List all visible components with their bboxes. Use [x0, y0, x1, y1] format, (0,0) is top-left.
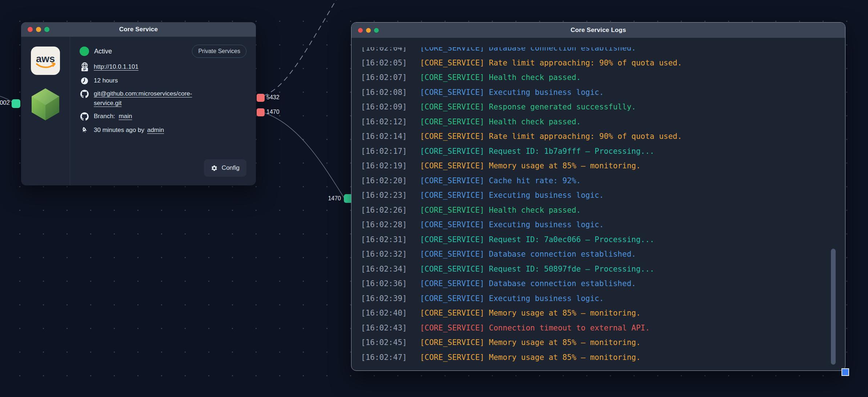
log-message: [CORE_SERVICE] Health check passed. — [420, 70, 581, 85]
canvas[interactable]: 3002 Core Service aws — [0, 0, 868, 397]
gear-icon — [211, 165, 218, 172]
log-line: [16:02:40] [CORE_SERVICE] Memory usage a… — [361, 306, 831, 321]
port-handle-1470[interactable] — [257, 108, 265, 116]
log-timestamp: [16:02:36] — [361, 276, 407, 291]
log-message: [CORE_SERVICE] Request ID: 50897fde — Pr… — [420, 262, 654, 277]
core-service-title: Core Service — [21, 26, 256, 33]
core-service-card[interactable]: Core Service aws — [21, 22, 256, 185]
status-active-dot — [80, 47, 89, 56]
log-line: [16:02:09] [CORE_SERVICE] Response gener… — [361, 100, 831, 115]
log-message: [CORE_SERVICE] Executing business logic. — [420, 291, 604, 306]
deployed-text: 30 minutes ago by — [94, 127, 144, 134]
log-message: [CORE_SERVICE] Memory usage at 85% — mon… — [420, 350, 640, 365]
port-label-1470: 1470 — [266, 109, 280, 115]
clock-icon — [80, 77, 89, 85]
core-service-titlebar[interactable]: Core Service — [21, 22, 256, 37]
log-line: [16:02:43] [CORE_SERVICE] Connection tim… — [361, 321, 831, 336]
connection-dashed — [263, 0, 339, 96]
ip-badge-text: IP — [83, 68, 86, 71]
log-message: [CORE_SERVICE] Executing business logic. — [420, 85, 604, 100]
log-lines: [16:02:04] [CORE_SERVICE] Database conne… — [361, 47, 831, 365]
service-details: Active Private Services IP — [70, 37, 256, 185]
connection-1470 — [264, 113, 345, 198]
port-handle-3002[interactable] — [12, 99, 20, 108]
log-line: [16:02:26] [CORE_SERVICE] Health check p… — [361, 203, 831, 218]
port-label-3002: 3002 — [0, 99, 10, 106]
window-resize-handle[interactable] — [841, 368, 849, 376]
log-message: [CORE_SERVICE] Health check passed. — [420, 203, 581, 218]
log-timestamp: [16:02:32] — [361, 247, 407, 262]
log-timestamp: [16:02:12] — [361, 115, 407, 129]
log-timestamp: [16:02:28] — [361, 217, 407, 232]
deployed-by-link[interactable]: admin — [147, 127, 164, 134]
log-message: [CORE_SERVICE] Response generated succes… — [420, 100, 636, 115]
log-timestamp: [16:02:40] — [361, 306, 407, 321]
log-line: [16:02:20] [CORE_SERVICE] Cache hit rate… — [361, 173, 831, 188]
port-label-5432: 5432 — [266, 94, 280, 101]
minimize-button[interactable] — [36, 27, 41, 32]
log-timestamp: [16:02:45] — [361, 335, 407, 350]
log-message: [CORE_SERVICE] Memory usage at 85% — mon… — [420, 159, 640, 173]
log-message: [CORE_SERVICE] Executing business logic. — [420, 217, 604, 232]
logs-titlebar[interactable]: Core Service Logs — [351, 23, 845, 38]
log-line: [16:02:05] [CORE_SERVICE] Rate limit app… — [361, 56, 831, 71]
log-line: [16:02:19] [CORE_SERVICE] Memory usage a… — [361, 159, 831, 173]
github-branch-icon — [80, 112, 89, 121]
log-line: [16:02:07] [CORE_SERVICE] Health check p… — [361, 70, 831, 85]
config-button[interactable]: Config — [204, 159, 246, 177]
logs-traffic-lights — [358, 28, 379, 33]
logs-window-title: Core Service Logs — [351, 27, 845, 34]
maximize-button[interactable] — [44, 27, 49, 32]
close-button[interactable] — [358, 28, 363, 33]
nodejs-logo-icon — [32, 88, 59, 121]
service-url-link[interactable]: http://10.0.1.101 — [94, 63, 138, 71]
branch-name-link[interactable]: main — [119, 113, 132, 120]
log-timestamp: [16:02:19] — [361, 159, 407, 173]
repo-link[interactable]: git@github.com:microservices/core-servic… — [94, 89, 219, 108]
log-line: [16:02:47] [CORE_SERVICE] Memory usage a… — [361, 350, 831, 365]
log-message: [CORE_SERVICE] Cache hit rate: 92%. — [420, 173, 581, 188]
port-handle-5432[interactable] — [257, 94, 265, 102]
log-timestamp: [16:02:43] — [361, 321, 407, 336]
log-message: [CORE_SERVICE] Health check passed. — [420, 115, 581, 129]
log-timestamp: [16:02:47] — [361, 350, 407, 365]
core-service-logs-window[interactable]: Core Service Logs [16:02:04] [CORE_SERVI… — [351, 22, 845, 371]
close-button[interactable] — [28, 27, 33, 32]
log-line: [16:02:45] [CORE_SERVICE] Memory usage a… — [361, 335, 831, 350]
log-timestamp: [16:02:17] — [361, 144, 407, 159]
maximize-button[interactable] — [374, 28, 379, 33]
logs-scrollbar-thumb[interactable] — [831, 249, 836, 365]
port-label-logs-1470: 1470 — [312, 195, 341, 202]
branch-label: Branch: — [94, 113, 115, 120]
log-timestamp: [16:02:26] — [361, 203, 407, 218]
log-timestamp: [16:02:05] — [361, 56, 407, 71]
log-message: [CORE_SERVICE] Executing business logic. — [420, 188, 604, 203]
log-message: [CORE_SERVICE] Request ID: 7a0ec066 — Pr… — [420, 232, 654, 247]
log-message: [CORE_SERVICE] Database connection estab… — [420, 47, 636, 56]
log-message: [CORE_SERVICE] Database connection estab… — [420, 276, 636, 291]
log-line: [16:02:32] [CORE_SERVICE] Database conne… — [361, 247, 831, 262]
log-timestamp: [16:02:04] — [361, 47, 407, 56]
log-message: [CORE_SERVICE] Request ID: 1b7a9fff — Pr… — [420, 144, 654, 159]
log-timestamp: [16:02:31] — [361, 232, 407, 247]
log-line: [16:02:14] [CORE_SERVICE] Rate limit app… — [361, 129, 831, 144]
log-line: [16:02:39] [CORE_SERVICE] Executing busi… — [361, 291, 831, 306]
core-traffic-lights — [28, 27, 49, 32]
log-line: [16:02:04] [CORE_SERVICE] Database conne… — [361, 47, 831, 56]
log-message: [CORE_SERVICE] Memory usage at 85% — mon… — [420, 306, 640, 321]
log-timestamp: [16:02:09] — [361, 100, 407, 115]
aws-logo-icon: aws — [31, 47, 60, 75]
log-line: [16:02:17] [CORE_SERVICE] Request ID: 1b… — [361, 144, 831, 159]
log-message: [CORE_SERVICE] Rate limit approaching: 9… — [420, 129, 682, 144]
log-line: [16:02:12] [CORE_SERVICE] Health check p… — [361, 115, 831, 129]
log-line: [16:02:23] [CORE_SERVICE] Executing busi… — [361, 188, 831, 203]
minimize-button[interactable] — [366, 28, 371, 33]
log-message: [CORE_SERVICE] Memory usage at 85% — mon… — [420, 335, 640, 350]
uptime-text: 12 hours — [94, 77, 118, 84]
log-line: [16:02:08] [CORE_SERVICE] Executing busi… — [361, 85, 831, 100]
log-timestamp: [16:02:39] — [361, 291, 407, 306]
log-line: [16:02:31] [CORE_SERVICE] Request ID: 7a… — [361, 232, 831, 247]
log-output-area[interactable]: [16:02:04] [CORE_SERVICE] Database conne… — [351, 38, 845, 370]
private-services-button[interactable]: Private Services — [192, 45, 246, 58]
log-line: [16:02:36] [CORE_SERVICE] Database conne… — [361, 276, 831, 291]
